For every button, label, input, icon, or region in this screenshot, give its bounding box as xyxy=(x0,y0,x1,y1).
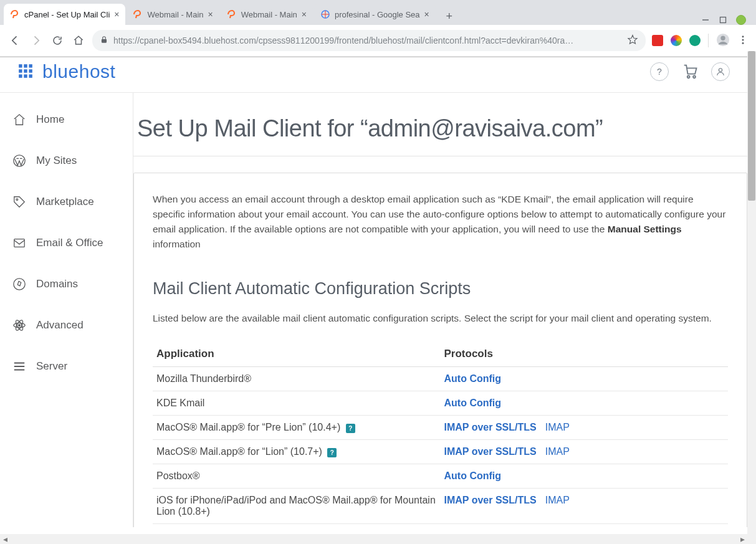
svg-point-21 xyxy=(16,199,18,201)
table-row: MacOS® Mail.app® for “Lion” (10.7+) ?IMA… xyxy=(153,440,728,464)
protocol-cell: IMAP over SSL/TLSIMAP xyxy=(441,416,729,440)
table-row: Postbox®Auto Config xyxy=(153,464,728,489)
protocol-cell: Auto Config xyxy=(441,464,729,489)
help-badge-icon[interactable]: ? xyxy=(327,448,337,457)
divider xyxy=(708,34,709,47)
scrollbar-corner xyxy=(747,534,756,544)
horizontal-scrollbar[interactable]: ◂ ▸ xyxy=(0,534,747,544)
help-button[interactable]: ? xyxy=(650,62,669,81)
page: bluehost ? Home My Sites Marketplace xyxy=(0,51,747,534)
sidebar-item-mysites[interactable]: My Sites xyxy=(0,140,133,181)
sidebar-item-domains[interactable]: Domains xyxy=(0,264,133,305)
back-button[interactable] xyxy=(7,33,22,48)
sidebar-item-advanced[interactable]: Advanced xyxy=(0,305,133,346)
svg-rect-16 xyxy=(29,74,32,77)
svg-rect-14 xyxy=(19,74,22,77)
sidebar-item-email[interactable]: Email & Office xyxy=(0,222,133,264)
extension-icon[interactable] xyxy=(671,35,682,46)
close-icon[interactable]: × xyxy=(208,10,213,19)
sidebar-item-marketplace[interactable]: Marketplace xyxy=(0,181,133,222)
protocol-cell: IMAP over SSL/TLSIMAP xyxy=(441,489,729,524)
protocol-cell: Auto Config xyxy=(441,391,729,416)
tab-title: cPanel - Set Up Mail Cli xyxy=(24,10,110,19)
protocol-cell: Auto Config xyxy=(441,367,729,391)
close-icon[interactable]: × xyxy=(302,10,307,19)
svg-rect-2 xyxy=(102,39,107,42)
svg-point-18 xyxy=(693,75,696,78)
cart-button[interactable] xyxy=(681,62,699,82)
col-protocols: Protocols xyxy=(441,341,729,367)
minimize-icon[interactable] xyxy=(701,16,710,24)
grid-menu-icon[interactable] xyxy=(17,63,34,81)
svg-rect-13 xyxy=(29,69,32,72)
browser-tab[interactable]: profesinal - Google Sea × xyxy=(314,4,436,25)
vertical-scrollbar[interactable] xyxy=(747,51,756,534)
grammarly-extension-icon[interactable] xyxy=(689,35,701,46)
reload-button[interactable] xyxy=(50,33,65,48)
sidebar-item-home[interactable]: Home xyxy=(0,99,133,140)
svg-rect-8 xyxy=(19,64,22,67)
scroll-right-icon[interactable]: ▸ xyxy=(739,535,746,543)
tab-title: profesinal - Google Sea xyxy=(335,10,420,19)
close-icon[interactable]: × xyxy=(114,10,119,19)
main-area: Home My Sites Marketplace Email & Office… xyxy=(0,93,747,527)
browser-tab[interactable]: Webmail - Main × xyxy=(221,4,313,25)
protocol-link-primary[interactable]: IMAP over SSL/TLS xyxy=(444,495,537,505)
protocol-link-secondary[interactable]: IMAP xyxy=(537,495,570,505)
browser-tab[interactable]: cPanel - Set Up Mail Cli × xyxy=(4,4,125,25)
svg-rect-22 xyxy=(14,239,25,247)
forward-button[interactable] xyxy=(29,33,44,48)
help-badge-icon[interactable]: ? xyxy=(346,424,355,433)
sidebar-item-label: My Sites xyxy=(36,155,77,167)
scrollbar-thumb[interactable] xyxy=(748,51,755,201)
home-button[interactable] xyxy=(71,33,86,48)
tab-strip: cPanel - Set Up Mail Cli × Webmail - Mai… xyxy=(0,0,756,25)
new-tab-button[interactable]: + xyxy=(441,7,458,25)
svg-rect-11 xyxy=(19,69,22,72)
svg-rect-15 xyxy=(24,74,27,77)
account-button[interactable] xyxy=(711,62,730,81)
protocol-link-primary[interactable]: Auto Config xyxy=(444,398,502,408)
protocol-link-primary[interactable]: IMAP over SSL/TLS xyxy=(444,446,537,457)
protocol-link-primary[interactable]: Auto Config xyxy=(444,470,502,481)
window-close-icon[interactable] xyxy=(736,15,746,25)
kebab-menu-icon[interactable] xyxy=(737,34,749,47)
app-cell: MacOS® Mail.app® for “Pre Lion” (10.4+) … xyxy=(153,416,441,440)
col-application: Application xyxy=(153,341,441,367)
protocol-link-secondary[interactable]: IMAP xyxy=(537,446,570,457)
brand-text: bluehost xyxy=(42,61,115,82)
svg-point-6 xyxy=(742,39,744,41)
svg-rect-9 xyxy=(24,64,27,67)
svg-point-4 xyxy=(720,36,725,40)
svg-rect-12 xyxy=(24,69,27,72)
protocol-link-primary[interactable]: Auto Config xyxy=(444,373,502,384)
sidebar-item-label: Domains xyxy=(36,278,78,290)
star-icon[interactable] xyxy=(627,34,638,47)
table-row: KDE KmailAuto Config xyxy=(153,391,728,416)
protocol-link-secondary[interactable]: IMAP xyxy=(537,422,570,432)
cpanel-icon xyxy=(133,9,143,19)
section-title: Mail Client Automatic Configuration Scri… xyxy=(153,279,728,298)
browser-tab[interactable]: Webmail - Main × xyxy=(127,4,219,25)
flipboard-extension-icon[interactable] xyxy=(652,35,663,46)
address-bar[interactable]: https://cpanel-box5494.bluehost.com/cpse… xyxy=(92,30,646,51)
svg-point-7 xyxy=(742,42,744,44)
scroll-left-icon[interactable]: ◂ xyxy=(1,535,9,543)
maximize-icon[interactable] xyxy=(719,16,727,24)
profile-avatar[interactable] xyxy=(716,33,730,49)
tab-title: Webmail - Main xyxy=(147,10,203,19)
brand[interactable]: bluehost xyxy=(17,61,115,82)
sidebar-item-server[interactable]: Server xyxy=(0,346,133,387)
tab-title: Webmail - Main xyxy=(241,10,297,19)
cpanel-icon xyxy=(10,9,20,19)
close-icon[interactable]: × xyxy=(424,10,429,19)
protocol-link-primary[interactable]: IMAP over SSL/TLS xyxy=(444,422,537,432)
header-actions: ? xyxy=(650,62,730,82)
sidebar-item-label: Server xyxy=(36,360,67,373)
svg-point-23 xyxy=(14,279,25,290)
home-icon xyxy=(12,113,26,126)
sidebar-item-label: Advanced xyxy=(36,319,84,332)
url-text: https://cpanel-box5494.bluehost.com/cpse… xyxy=(113,36,622,45)
app-cell: MacOS® Mail.app® for “Lion” (10.7+) ? xyxy=(153,440,441,464)
tag-icon xyxy=(12,195,26,209)
